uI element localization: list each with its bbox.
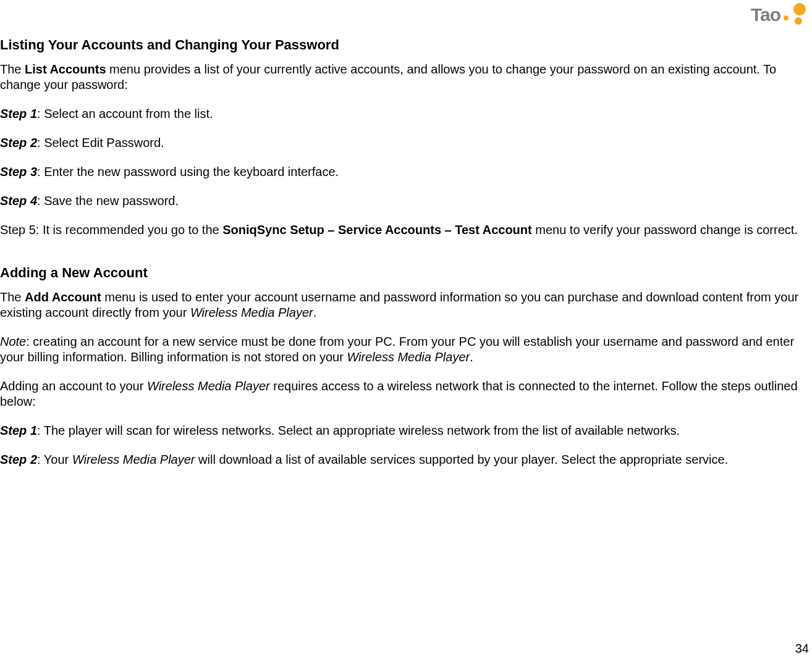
section2-step1: Step 1: The player will scan for wireles… — [0, 423, 812, 438]
product-name-italic: Wireless Media Player — [147, 379, 270, 393]
page-number: 34 — [795, 642, 809, 656]
text: menu provides a list of your currently a… — [0, 62, 776, 91]
logo-circles-icon — [782, 3, 806, 27]
product-name-italic: Wireless Media Player — [190, 306, 313, 319]
section1-step3: Step 3: Enter the new password using the… — [0, 164, 812, 180]
text: menu to verify your password change is c… — [532, 223, 798, 237]
text: . — [313, 306, 317, 319]
step-label: Step 1 — [0, 424, 37, 437]
text: : Your — [37, 453, 72, 466]
step-label: Step 2 — [0, 136, 37, 149]
logo-text: Tao — [751, 4, 780, 25]
text: menu is used to enter your account usern… — [0, 290, 798, 319]
section2-para3: Adding an account to your Wireless Media… — [0, 379, 812, 409]
add-account-bold: Add Account — [25, 290, 101, 304]
menu-path-bold: SoniqSync Setup – Service Accounts – Tes… — [222, 223, 532, 237]
section1-step4: Step 4: Save the new password. — [0, 193, 812, 209]
step-text: : Enter the new password using the keybo… — [37, 165, 339, 178]
step-text: : Save the new password. — [37, 194, 179, 207]
section1-step1: Step 1: Select an account from the list. — [0, 106, 812, 122]
section2-intro: The Add Account menu is used to enter yo… — [0, 290, 812, 321]
step-label: Step 4 — [0, 194, 37, 207]
step-label: Step 1 — [0, 107, 37, 120]
logo: Tao — [751, 3, 806, 27]
product-name-italic: Wireless Media Player — [72, 453, 195, 466]
list-accounts-bold: List Accounts — [25, 62, 106, 76]
section2-step2: Step 2: Your Wireless Media Player will … — [0, 452, 812, 467]
step-text: : Select an account from the list. — [37, 107, 213, 120]
text: Step 5: It is recommended you go to the — [0, 223, 222, 237]
step-text: will download a list of available servic… — [195, 453, 729, 466]
note-label: Note — [0, 335, 26, 348]
step-label: Step 3 — [0, 165, 37, 178]
section1-intro: The List Accounts menu provides a list o… — [0, 62, 812, 93]
step-label: Step 2 — [0, 453, 37, 466]
section2-note: Note: creating an account for a new serv… — [0, 334, 812, 365]
text: Adding an account to your — [0, 379, 147, 393]
section1-step2: Step 2: Select Edit Password. — [0, 135, 812, 151]
text: The — [0, 62, 25, 76]
section1-heading: Listing Your Accounts and Changing Your … — [0, 37, 812, 53]
product-name-italic: Wireless Media Player — [347, 350, 470, 364]
section1-step5: Step 5: It is recommended you go to the … — [0, 222, 812, 238]
text: . — [470, 350, 473, 364]
step-text: : Select Edit Password. — [37, 136, 164, 149]
text: The — [0, 290, 25, 304]
step-text: : The player will scan for wireless netw… — [37, 424, 680, 437]
section2-heading: Adding a New Account — [0, 265, 812, 281]
document-content: Listing Your Accounts and Changing Your … — [0, 0, 812, 467]
